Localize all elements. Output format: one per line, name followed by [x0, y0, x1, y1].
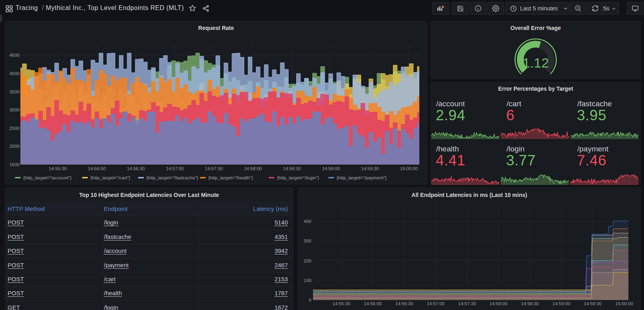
svg-text:{http_target="/cart"}: {http_target="/cart"} — [90, 175, 130, 180]
svg-text:14:58:00: 14:58:00 — [244, 166, 262, 171]
svg-text:{http_target="/fastcache"}: {http_target="/fastcache"} — [146, 175, 198, 180]
svg-text:14:59:30: 14:59:30 — [584, 301, 602, 306]
svg-text:14:55:30: 14:55:30 — [49, 166, 67, 171]
svg-text:14:55:30: 14:55:30 — [333, 301, 351, 306]
svg-text:200: 200 — [304, 258, 311, 263]
svg-text:300: 300 — [304, 238, 311, 243]
svg-text:14:56:00: 14:56:00 — [88, 166, 106, 171]
svg-text:14:57:30: 14:57:30 — [458, 301, 476, 306]
svg-text:400: 400 — [304, 219, 311, 224]
svg-text:2000: 2000 — [9, 144, 20, 149]
svg-text:4000: 4000 — [9, 71, 20, 76]
svg-text:14:59:00: 14:59:00 — [322, 166, 340, 171]
svg-text:14:56:30: 14:56:30 — [127, 166, 145, 171]
svg-text:{http_target="/payment"}: {http_target="/payment"} — [337, 175, 387, 180]
svg-text:{http_target="/login"}: {http_target="/login"} — [277, 175, 319, 180]
svg-text:14:57:30: 14:57:30 — [205, 166, 223, 171]
svg-text:14:58:30: 14:58:30 — [283, 166, 301, 171]
svg-text:14:58:00: 14:58:00 — [490, 301, 508, 306]
svg-text:14:59:00: 14:59:00 — [552, 301, 570, 306]
svg-text:3500: 3500 — [9, 89, 20, 94]
svg-text:3000: 3000 — [9, 107, 20, 112]
svg-text:15:00:00: 15:00:00 — [615, 301, 633, 306]
svg-text:14:56:30: 14:56:30 — [395, 301, 413, 306]
svg-text:100: 100 — [304, 278, 311, 283]
svg-text:14:58:30: 14:58:30 — [521, 301, 539, 306]
svg-text:15:00:00: 15:00:00 — [400, 166, 418, 171]
svg-text:{http_target="/account"}: {http_target="/account"} — [23, 175, 72, 180]
svg-text:4500: 4500 — [9, 53, 20, 58]
svg-text:14:56:00: 14:56:00 — [364, 301, 382, 306]
svg-text:14:59:30: 14:59:30 — [361, 166, 379, 171]
svg-text:1500: 1500 — [9, 162, 20, 167]
svg-text:14:57:00: 14:57:00 — [427, 301, 445, 306]
svg-text:2500: 2500 — [9, 126, 20, 131]
svg-text:0: 0 — [309, 298, 311, 302]
svg-text:{http_target="/health"}: {http_target="/health"} — [208, 175, 253, 180]
svg-text:14:57:00: 14:57:00 — [166, 166, 184, 171]
svg-text:1.12: 1.12 — [522, 55, 549, 70]
